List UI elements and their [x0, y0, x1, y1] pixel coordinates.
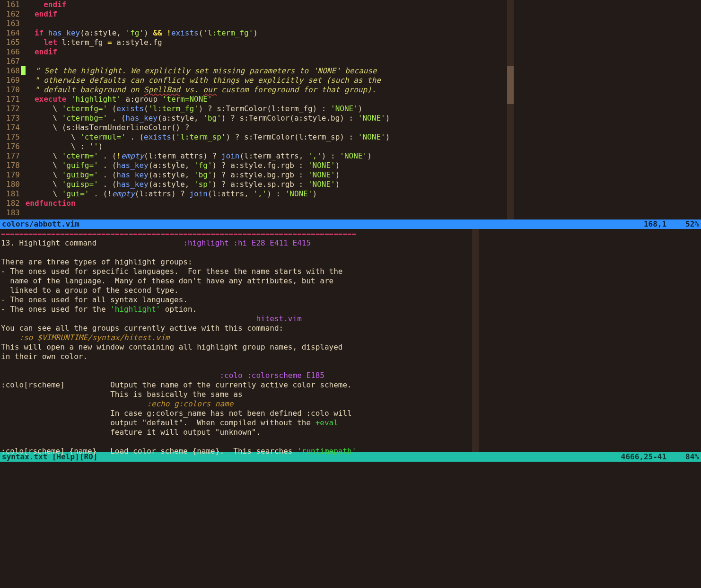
- line-number: 177: [0, 151, 20, 161]
- code-line[interactable]: \ : ''): [21, 142, 701, 151]
- help-line: :colo :colorscheme E185: [0, 371, 701, 380]
- code-line[interactable]: \ 'guibg=' . (has_key(a:style, 'bg') ? a…: [21, 170, 701, 180]
- code-line[interactable]: [21, 19, 701, 28]
- help-line: :colo[rscheme] Output the name of the cu…: [0, 380, 701, 390]
- line-number: 174: [0, 123, 20, 132]
- help-line: linked to a group of the second type.: [0, 286, 701, 295]
- help-line: 13. Highlight command :highlight :hi E28…: [0, 238, 701, 248]
- line-number: 180: [0, 180, 20, 189]
- line-number: 172: [0, 104, 20, 114]
- code-line[interactable]: let l:term_fg = a:style.fg: [21, 38, 701, 47]
- help-line: This will open a new window containing a…: [0, 342, 701, 352]
- editor-window-top[interactable]: 1611621631641651661671681691701711721731…: [0, 0, 701, 219]
- line-number: 178: [0, 161, 20, 170]
- code-line[interactable]: [21, 208, 701, 218]
- statusbar-active: colors/abbott.vim 168,1 52%: [0, 219, 701, 229]
- help-line: This is basically the same as: [0, 390, 701, 399]
- help-line: feature it will output "unknown".: [0, 428, 701, 437]
- code-line[interactable]: \ 'guisp=' . (has_key(a:style, 'sp') ? a…: [21, 180, 701, 189]
- statusbar-percent: 52%: [685, 219, 699, 229]
- statusbar-position: 168,1: [644, 219, 666, 229]
- help-line: name of the language. Many of these don'…: [0, 276, 701, 286]
- help-line: In case g:colors_name has not been defin…: [0, 409, 701, 418]
- line-number: 169: [0, 76, 20, 85]
- line-number: 161: [0, 0, 20, 9]
- line-number: 183: [0, 208, 20, 218]
- help-line: There are three types of highlight group…: [0, 257, 701, 267]
- line-number: 171: [0, 95, 20, 104]
- line-number: 164: [0, 28, 20, 38]
- help-line: [0, 361, 701, 371]
- help-line: You can see all the groups currently act…: [0, 324, 701, 333]
- help-line: :so $VIMRUNTIME/syntax/hitest.vim: [0, 333, 701, 342]
- code-line[interactable]: execute 'highlight' a:group 'term=NONE': [21, 95, 701, 104]
- code-line[interactable]: endif: [21, 0, 701, 9]
- code-area[interactable]: endif endif if has_key(a:style, 'fg') &&…: [21, 0, 701, 218]
- help-line: in their own color.: [0, 352, 701, 361]
- help-line: :colo[rscheme] {name} Load color scheme …: [0, 447, 701, 456]
- scrollbar-track[interactable]: [472, 229, 479, 452]
- command-line[interactable]: [0, 462, 701, 588]
- help-line: - The ones used for the 'highlight' opti…: [0, 305, 701, 314]
- line-number: 165: [0, 38, 20, 47]
- line-number: 179: [0, 170, 20, 180]
- line-number: 170: [0, 85, 20, 95]
- code-line[interactable]: \ 'guifg=' . (has_key(a:style, 'fg') ? a…: [21, 161, 701, 170]
- help-line: output "default". When compiled without …: [0, 418, 701, 428]
- line-number: 176: [0, 142, 20, 151]
- line-number: 182: [0, 199, 20, 208]
- code-line[interactable]: \ 'gui=' . (!empty(l:attrs) ? join(l:att…: [21, 189, 701, 199]
- code-line[interactable]: endif: [21, 47, 701, 57]
- line-number: 168: [0, 66, 20, 76]
- code-line[interactable]: " Set the highlight. We explicitly set m…: [21, 66, 701, 76]
- code-line[interactable]: \ 'ctermul=' . (exists('l:term_sp') ? s:…: [21, 132, 701, 142]
- help-line: :echo g:colors_name: [0, 399, 701, 409]
- line-number: 162: [0, 9, 20, 19]
- help-line: - The ones used for all syntax languages…: [0, 295, 701, 305]
- code-line[interactable]: \ (s:HasTermUnderlineColor() ?: [21, 123, 701, 132]
- line-number: 167: [0, 57, 20, 66]
- line-number-gutter: 1611621631641651661671681691701711721731…: [0, 0, 21, 218]
- code-line[interactable]: endif: [21, 9, 701, 19]
- line-number: 163: [0, 19, 20, 28]
- line-number: 173: [0, 114, 20, 123]
- code-line[interactable]: \ 'ctermbg=' . (has_key(a:style, 'bg') ?…: [21, 114, 701, 123]
- scrollbar-track[interactable]: [507, 0, 514, 219]
- help-line: ========================================…: [0, 229, 701, 238]
- help-line: - The ones used for specific languages. …: [0, 267, 701, 276]
- line-number: 181: [0, 189, 20, 199]
- code-line[interactable]: \ 'cterm=' . (!empty(l:term_attrs) ? joi…: [21, 151, 701, 161]
- statusbar-file: colors/abbott.vim: [2, 219, 644, 229]
- cursor: [21, 66, 26, 75]
- code-line[interactable]: endfunction: [21, 199, 701, 208]
- code-line[interactable]: if has_key(a:style, 'fg') && !exists('l:…: [21, 28, 701, 38]
- code-line[interactable]: [21, 57, 701, 66]
- line-number: 175: [0, 132, 20, 142]
- code-line[interactable]: " default background on SpellBad vs. our…: [21, 85, 701, 95]
- help-window[interactable]: ========================================…: [0, 229, 701, 452]
- code-line[interactable]: " otherwise defaults can conflict with t…: [21, 76, 701, 85]
- scrollbar-thumb[interactable]: [507, 66, 514, 104]
- help-line: hitest.vim: [0, 314, 701, 324]
- line-number: 166: [0, 47, 20, 57]
- code-line[interactable]: \ 'ctermfg=' (exists('l:term_fg') ? s:Te…: [21, 104, 701, 114]
- help-line: [0, 437, 701, 447]
- help-line: [0, 248, 701, 257]
